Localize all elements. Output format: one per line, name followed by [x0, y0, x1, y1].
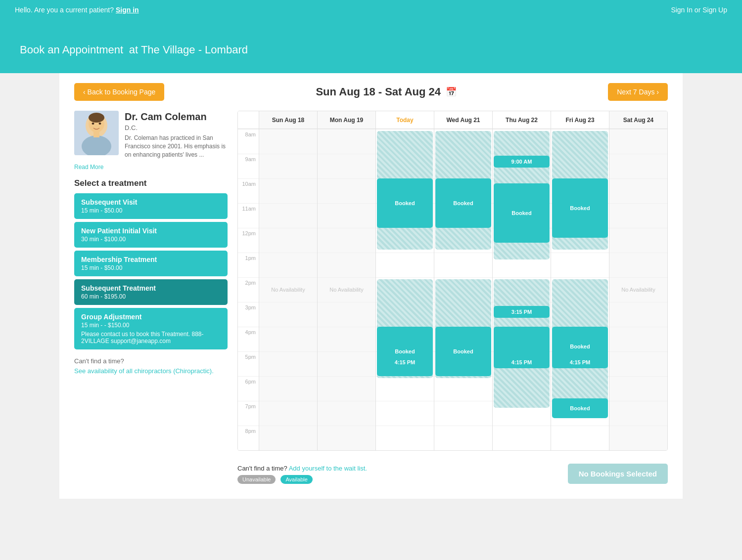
greeting: Hello. Are you a current patient? Sign i…	[15, 6, 139, 14]
cant-find-label: Can't find a time?	[74, 357, 228, 365]
treatment-item-4[interactable]: Group Adjustment 15 min - - $150.00 Plea…	[74, 308, 228, 349]
avail-badge: Available	[280, 475, 312, 484]
day-col-fri: Fri Aug 23	[551, 111, 609, 450]
doctor-name: Dr. Cam Coleman	[125, 111, 228, 123]
time-9am: 9am	[238, 154, 259, 178]
sign-in-link[interactable]: Sign in	[116, 6, 139, 14]
treatment-item-3[interactable]: Subsequent Treatment 60 min - $195.00	[74, 279, 228, 305]
treatment-item-2[interactable]: Membership Treatment 15 min - $50.00	[74, 251, 228, 276]
time-8pm: 8pm	[238, 426, 259, 450]
day-header-tue: Today	[376, 111, 434, 129]
footer-row: Can't find a time? Add yourself to the w…	[237, 459, 668, 484]
booked-tue-afternoon[interactable]: Booked	[377, 327, 433, 376]
svg-point-7	[99, 123, 101, 125]
booked-wed-morning[interactable]: Booked	[435, 178, 491, 228]
svg-point-3	[89, 113, 104, 123]
treatment-item-0[interactable]: Subsequent Visit 15 min - $50.00	[74, 193, 228, 219]
day-columns: Sun Aug 18	[259, 111, 667, 450]
page-title: Book an Appointment at The Village - Lom…	[20, 35, 722, 58]
time-12pm: 12pm	[238, 228, 259, 253]
time-4pm: 4pm	[238, 327, 259, 351]
day-body-sat: No Availability	[609, 129, 667, 450]
day-col-mon: Mon Aug 19	[317, 111, 375, 450]
sign-in-signup[interactable]: Sign In or Sign Up	[671, 6, 727, 14]
time-7pm: 7pm	[238, 401, 259, 426]
read-more-link[interactable]: Read More	[74, 164, 228, 171]
day-col-thu: Thu Aug 22	[492, 111, 551, 450]
calendar-wrapper: 8am 9am 10am 11am 12pm 1pm 2pm 3pm 4pm 5…	[237, 111, 668, 451]
unavail-badge: Unavailable	[237, 475, 276, 484]
day-header-thu: Thu Aug 22	[493, 111, 551, 129]
legend-unavailable: Unavailable	[237, 475, 276, 484]
day-header-wed: Wed Aug 21	[434, 111, 492, 129]
booked-tue-morning[interactable]: Booked	[377, 178, 433, 228]
see-availability-link[interactable]: See availability of all chiropractors (C…	[74, 367, 214, 375]
day-body-sun: No Availability	[259, 129, 317, 450]
booked-wed-afternoon[interactable]: Booked	[435, 327, 491, 376]
time-column: 8am 9am 10am 11am 12pm 1pm 2pm 3pm 4pm 5…	[238, 111, 259, 450]
calendar-section: 8am 9am 10am 11am 12pm 1pm 2pm 3pm 4pm 5…	[237, 111, 668, 484]
week-range: Sun Aug 18 - Sat Aug 24 📅	[316, 86, 457, 98]
slot-9am-thu[interactable]: 9:00 AM	[494, 156, 550, 168]
day-col-wed: Wed Aug 21	[434, 111, 492, 450]
doctor-photo	[74, 111, 119, 155]
day-body-thu: 9:00 AM Booked 3:15 PM 4:15 PM	[493, 129, 551, 450]
treatment-item-1[interactable]: New Patient Initial Visit 30 min - $100.…	[74, 222, 228, 248]
left-sidebar: Dr. Cam Coleman D.C. Dr. Coleman has pra…	[74, 111, 237, 484]
treatment-list: Subsequent Visit 15 min - $50.00 New Pat…	[74, 193, 228, 349]
time-11am: 11am	[238, 203, 259, 228]
legend-available: Available	[280, 475, 312, 484]
footer-left: Can't find a time? Add yourself to the w…	[237, 464, 367, 484]
slot-415-tue[interactable]: 4:15 PM	[377, 356, 433, 368]
day-body-tue: Booked Booked 4:15 PM	[376, 129, 434, 450]
day-body-mon: No Availability	[318, 129, 375, 450]
time-6pm: 6pm	[238, 376, 259, 401]
booked-fri-morning[interactable]: Booked	[552, 178, 608, 238]
booked-thu-morning[interactable]: Booked	[494, 183, 550, 243]
day-header-fri: Fri Aug 23	[551, 111, 609, 129]
cant-find-footer: Can't find a time? Add yourself to the w…	[237, 465, 367, 472]
slot-315-thu[interactable]: 3:15 PM	[494, 306, 550, 318]
slot-415-fri[interactable]: 4:15 PM	[552, 356, 608, 368]
time-2pm: 2pm	[238, 277, 259, 302]
time-1pm: 1pm	[238, 253, 259, 277]
day-col-sat: Sat Aug 24	[609, 111, 667, 450]
content-layout: Dr. Cam Coleman D.C. Dr. Coleman has pra…	[74, 111, 668, 484]
day-header-sat: Sat Aug 24	[609, 111, 667, 129]
svg-rect-5	[93, 131, 99, 137]
time-8am: 8am	[238, 129, 259, 154]
back-to-booking-button[interactable]: ‹ Back to Booking Page	[74, 83, 164, 101]
day-header-sun: Sun Aug 18	[259, 111, 317, 129]
time-3pm: 3pm	[238, 302, 259, 327]
time-10am: 10am	[238, 178, 259, 203]
nav-row: ‹ Back to Booking Page Sun Aug 18 - Sat …	[74, 83, 668, 101]
legend: Unavailable Available	[237, 475, 367, 484]
doctor-bio: Dr. Coleman has practiced in San Francis…	[125, 134, 228, 159]
calendar-icon: 📅	[446, 86, 457, 97]
time-5pm: 5pm	[238, 351, 259, 376]
select-treatment-label: Select a treatment	[74, 178, 228, 188]
wait-list-link[interactable]: Add yourself to the wait list.	[289, 465, 367, 472]
doctor-title: D.C.	[125, 124, 228, 131]
slot-415-thu[interactable]: 4:15 PM	[494, 356, 550, 368]
day-body-fri: Booked Booked 4:15 PM Booked	[551, 129, 609, 450]
booked-fri-evening[interactable]: Booked	[552, 398, 608, 418]
day-header-mon: Mon Aug 19	[318, 111, 375, 129]
svg-point-6	[92, 123, 94, 125]
day-col-sun: Sun Aug 18	[259, 111, 317, 450]
day-col-tue: Today	[375, 111, 434, 450]
doctor-card: Dr. Cam Coleman D.C. Dr. Coleman has pra…	[74, 111, 228, 159]
next-7-days-button[interactable]: Next 7 Days ›	[608, 83, 668, 101]
doctor-info: Dr. Cam Coleman D.C. Dr. Coleman has pra…	[125, 111, 228, 159]
day-body-wed: Booked Booked	[434, 129, 492, 450]
header-banner: Book an Appointment at The Village - Lom…	[0, 20, 742, 73]
no-bookings-button[interactable]: No Bookings Selected	[568, 464, 668, 484]
top-bar: Hello. Are you a current patient? Sign i…	[0, 0, 742, 20]
